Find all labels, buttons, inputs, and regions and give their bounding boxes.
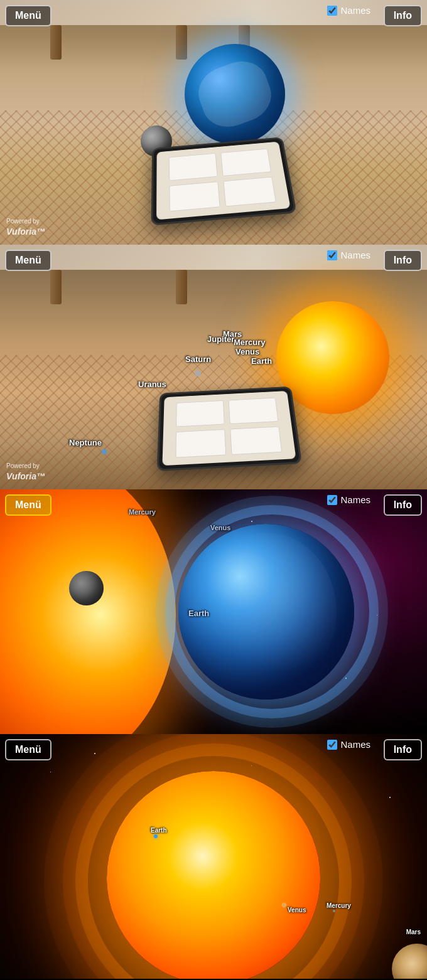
names-toggle-3[interactable]: Names	[327, 494, 370, 505]
neptune-dot	[102, 449, 107, 454]
names-toggle-4[interactable]: Names	[327, 739, 370, 750]
mercury-planet-small	[69, 571, 104, 605]
earth-label-2: Earth	[251, 356, 272, 366]
sofa-leg-5	[176, 270, 187, 304]
info-button-3[interactable]: Info	[384, 494, 422, 516]
grid-cell-7	[176, 429, 226, 457]
mercury-label-2: Mercury	[234, 338, 266, 347]
names-checkbox-4[interactable]	[327, 740, 337, 750]
mercury-dot	[333, 910, 335, 912]
panel-sun-space: Earth Venus Mercury Mars Menü Names Info	[0, 734, 427, 979]
menu-button-3[interactable]: Menü	[5, 494, 51, 516]
grid-cell-2	[220, 149, 271, 176]
menu-button-4[interactable]: Menü	[5, 739, 51, 760]
info-button-4[interactable]: Info	[384, 739, 422, 760]
venus-label-3: Venus	[210, 524, 230, 531]
names-label-2: Names	[340, 250, 370, 260]
star	[377, 615, 377, 615]
venus-label-4: Venus	[288, 907, 306, 913]
phone-screen-content-2	[176, 398, 282, 457]
sun-ar	[276, 301, 389, 414]
menu-button-1[interactable]: Menü	[5, 5, 51, 26]
star-4-3	[389, 797, 391, 798]
star	[345, 678, 347, 679]
mercury-label-4: Mercury	[327, 902, 351, 909]
star-4-1	[94, 753, 95, 754]
earth-label-4: Earth	[151, 827, 167, 834]
panel-space-earth: Mercury Venus Earth Menü Names Info	[0, 489, 427, 734]
earth-dot	[154, 834, 158, 838]
uranus-dot	[195, 370, 201, 376]
grid-cell-1	[169, 153, 218, 181]
neptune-label: Neptune	[69, 438, 102, 447]
star-4-2	[50, 772, 51, 772]
saturn-label: Saturn	[185, 354, 211, 364]
sofa-leg-2	[176, 25, 187, 60]
names-checkbox-3[interactable]	[327, 495, 337, 505]
earth-label-3: Earth	[188, 609, 209, 618]
phone-device-2	[157, 386, 302, 471]
phone-screen-2	[162, 391, 296, 466]
sofa-leg-1	[50, 25, 62, 60]
names-toggle-1[interactable]: Names	[327, 5, 370, 16]
names-checkbox-1[interactable]	[327, 6, 337, 16]
sofa-leg-4	[50, 270, 62, 304]
grid-cell-8	[230, 427, 282, 455]
names-label-1: Names	[340, 5, 370, 16]
sun-planet-main	[107, 771, 320, 979]
menu-button-2[interactable]: Menü	[5, 250, 51, 271]
uranus-label: Uranus	[138, 380, 166, 389]
grid-cell-5	[176, 400, 225, 427]
names-label-3: Names	[340, 494, 370, 505]
info-button-1[interactable]: Info	[384, 5, 422, 26]
phone-device	[151, 137, 297, 225]
mercury-label-3: Mercury	[129, 508, 156, 516]
names-checkbox-2[interactable]	[327, 250, 337, 260]
panel-ar-room-earth: Menü Names Info Powered by Vuforia™	[0, 0, 427, 245]
venus-label-2: Venus	[235, 347, 259, 356]
jupiter-label: Jupiter	[207, 334, 234, 344]
earth-planet-ar	[185, 44, 285, 144]
phone-screen	[156, 142, 291, 220]
panel-ar-solar-system: Mars Mercury Venus Earth Jupiter Saturn …	[0, 245, 427, 489]
info-button-2[interactable]: Info	[384, 250, 422, 271]
grid-cell-3	[170, 181, 220, 211]
venus-dot	[283, 903, 286, 907]
grid-cell-6	[229, 398, 278, 424]
mars-label-4: Mars	[406, 929, 421, 935]
phone-screen-content	[169, 149, 276, 211]
names-toggle-2[interactable]: Names	[327, 250, 370, 260]
names-label-4: Names	[340, 739, 370, 750]
grid-cell-4	[223, 177, 276, 206]
